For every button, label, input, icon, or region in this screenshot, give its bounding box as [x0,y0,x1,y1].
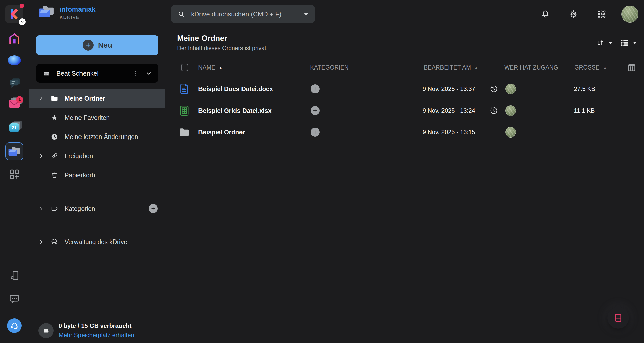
column-header-name[interactable]: NAME▲ [198,57,222,78]
sidebar-item-label: Meine Favoriten [65,114,110,121]
file-name[interactable]: Beispiel Ordner [198,121,245,143]
xlsx-file-icon [179,100,190,121]
column-header-modified[interactable]: BEARBEITET AM▲ [424,57,478,78]
page-subtitle: Der Inhalt dieses Ordners ist privat. [177,45,268,52]
chat-dots-icon [9,293,20,305]
sidebar-section-label: Verwaltung des kDrive [65,238,127,246]
rail-web-button[interactable] [0,55,29,65]
storage-panel: 0 byte / 15 GB verbraucht Mehr Speicherp… [29,316,165,339]
phone-in-hand-icon [9,270,20,282]
sidebar-item-label: Freigaben [65,152,93,160]
chevron-down-badge-icon[interactable] [19,18,26,25]
kebab-menu-icon[interactable] [132,70,138,77]
rail-calendar-button[interactable]: 21 [0,123,29,132]
add-category-button[interactable] [311,128,320,137]
add-category-button[interactable] [311,84,320,93]
list-view-icon [620,38,629,48]
search-scope-caret-icon[interactable] [304,13,308,16]
kdrive-brand[interactable]: infomaniak KDRIVE [38,5,96,20]
brand-name: infomaniak [60,6,96,13]
folder-icon [50,95,59,102]
rail-feedback-button[interactable] [0,293,29,305]
column-header-access[interactable]: WER HAT ZUGANG [504,57,558,78]
search-icon [178,10,185,18]
notification-dot [20,4,24,8]
divider [29,191,165,191]
rail-mail-button[interactable]: 1 [0,99,29,108]
rail-chat-button[interactable] [0,78,29,89]
topbar [165,0,644,28]
sidebar-section-verwaltung[interactable]: Verwaltung des kDrive [29,232,165,251]
chevron-right-icon[interactable] [37,206,45,211]
globe-icon [8,55,21,65]
sidebar-item-meine-ordner[interactable]: Meine Ordner [29,89,165,108]
mail-badge: 1 [16,96,23,103]
settings-button[interactable] [559,9,588,19]
documentation-fab[interactable] [607,307,629,329]
notifications-button[interactable] [531,9,559,19]
sort-control[interactable] [596,39,612,47]
add-category-button[interactable] [149,204,158,213]
sidebar-item-papierkorb[interactable]: Papierkorb [29,165,165,185]
search-bar[interactable] [171,5,315,23]
column-settings-button[interactable] [627,63,636,73]
app-rail: 1 21 [0,0,29,343]
rail-kdrive-button-selected[interactable] [0,142,29,160]
modified-date: 9 Nov. 2025 - 13:37 [423,78,475,100]
user-menu-button[interactable] [616,6,644,23]
kdrive-logo-icon [38,5,54,19]
rail-home-button[interactable] [0,32,29,45]
drive-name: Beat Schenkel [56,70,132,77]
file-row[interactable]: Beispiel Grids Datei.xlsx 9 Nov. 2025 - … [165,100,644,121]
storage-upgrade-link[interactable]: Mehr Speicherplatz erhalten [59,332,134,339]
rail-more-apps-button[interactable] [0,168,29,180]
chevron-right-icon[interactable] [37,96,45,101]
drive-selector[interactable]: Beat Schenkel [36,64,158,83]
file-row[interactable]: Beispiel Ordner 9 Nov. 2025 - 13:15 [165,121,644,143]
sidebar-item-meine-favoriten[interactable]: Meine Favoriten [29,108,165,127]
column-header-size[interactable]: GRÖSSE▲ [574,57,607,78]
sidebar-nav: Meine Ordner Meine Favoriten Meine letzt… [29,89,165,185]
apps-launcher-button[interactable] [588,10,616,19]
sidebar-item-letzte-aenderungen[interactable]: Meine letzten Änderungen [29,127,165,146]
file-size: 27.5 KB [574,78,595,100]
chevron-right-icon[interactable] [37,239,45,245]
rail-support-button[interactable] [0,318,29,333]
view-mode-control[interactable] [620,38,637,48]
tag-icon [50,205,59,212]
sidebar-item-label: Meine Ordner [65,95,105,102]
divider [29,225,165,225]
chevron-right-icon[interactable] [37,153,45,159]
file-row[interactable]: Beispiel Docs Datei.docx 9 Nov. 2025 - 1… [165,78,644,100]
member-avatar[interactable] [505,84,516,94]
infomaniak-k-logo[interactable] [5,5,23,23]
version-history-button[interactable] [489,100,498,121]
new-button-label: Neu [98,41,112,49]
version-history-button[interactable] [489,78,498,100]
apps-grid-plus-icon [8,168,20,180]
file-name[interactable]: Beispiel Grids Datei.xlsx [198,100,272,121]
new-button[interactable]: Neu [36,35,158,55]
table-header: NAME▲ KATEGORIEN BEARBEITET AM▲ WER HAT … [165,57,644,78]
sidebar-section-kategorien[interactable]: Kategorien [29,199,165,218]
sidebar-item-freigaben[interactable]: Freigaben [29,146,165,165]
kdrive-app: 1 21 [0,0,644,343]
rail-mobile-app-button[interactable] [0,270,29,282]
headset-icon [10,321,19,330]
history-icon [489,84,498,93]
k-logo-icon [9,8,20,20]
calendar-day: 21 [9,123,19,132]
member-avatar[interactable] [505,127,516,138]
chevron-down-icon[interactable] [145,70,152,77]
column-header-categories[interactable]: KATEGORIEN [310,57,349,78]
trash-icon [50,172,59,179]
search-input[interactable] [191,10,304,18]
file-name[interactable]: Beispiel Docs Datei.docx [198,78,273,100]
sort-asc-icon: ▲ [603,66,607,70]
add-category-button[interactable] [311,106,320,115]
home-icon [8,32,21,45]
sidebar-section-label: Kategorien [65,205,95,212]
content-header: Meine Ordner Der Inhalt dieses Ordners i… [165,28,644,57]
select-all-checkbox[interactable] [181,64,188,71]
member-avatar[interactable] [505,105,516,116]
